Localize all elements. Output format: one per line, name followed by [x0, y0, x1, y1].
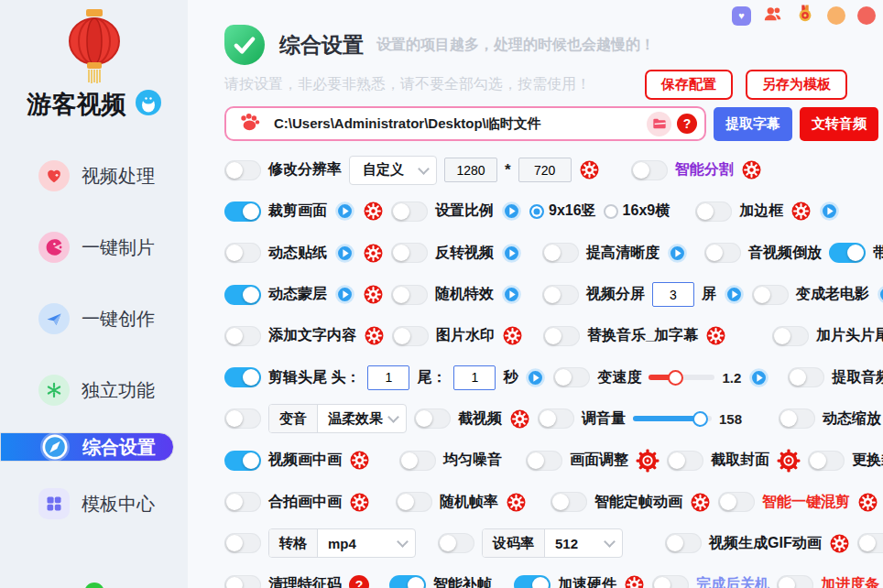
toggle-switch[interactable] — [665, 533, 702, 553]
toggle-switch[interactable] — [777, 575, 813, 588]
toggle-switch[interactable] — [652, 575, 689, 588]
sidebar-item-3[interactable]: 独立功能 — [0, 361, 174, 419]
play-icon[interactable] — [667, 243, 688, 264]
users-icon[interactable] — [763, 4, 783, 27]
medal-icon[interactable] — [795, 4, 815, 27]
output-path-value[interactable]: C:\Users\Administrator\Desktop\临时文件 — [274, 115, 647, 133]
gear-icon[interactable] — [349, 450, 370, 471]
play-icon[interactable] — [501, 201, 522, 222]
output-path-box[interactable]: C:\Users\Administrator\Desktop\临时文件 ? — [224, 106, 706, 141]
toggle-switch[interactable] — [224, 575, 261, 588]
radio-option[interactable]: 9x16竖 — [529, 201, 596, 221]
play-icon[interactable] — [334, 201, 355, 222]
toggle-switch[interactable] — [788, 367, 824, 387]
toggle-switch[interactable] — [389, 575, 426, 588]
sidebar-item-0[interactable]: 视频处理 — [0, 147, 174, 205]
toggle-switch[interactable] — [224, 533, 261, 553]
gear-icon[interactable] — [777, 449, 801, 473]
toggle-switch[interactable] — [752, 285, 789, 305]
gear-icon[interactable] — [363, 201, 384, 222]
toggle-switch[interactable] — [414, 408, 451, 429]
toggle-switch[interactable] — [514, 575, 551, 588]
dropdown[interactable]: 变音温柔效果 — [268, 404, 407, 433]
slider[interactable] — [649, 375, 714, 380]
sidebar-item-4[interactable]: 综合设置 — [0, 432, 174, 462]
toggle-switch[interactable] — [829, 243, 866, 263]
minimize-button[interactable] — [827, 6, 845, 25]
play-icon[interactable] — [501, 243, 522, 264]
toggle-switch[interactable] — [224, 160, 261, 180]
gear-icon[interactable] — [363, 243, 384, 264]
dropdown[interactable]: 转格mp4 — [268, 528, 416, 558]
toggle-switch[interactable] — [857, 533, 883, 553]
play-icon[interactable] — [501, 284, 522, 305]
play-icon[interactable] — [877, 284, 883, 305]
number-input[interactable] — [453, 365, 496, 390]
number-input[interactable] — [367, 365, 409, 390]
contact-book-icon[interactable]: ♥ — [732, 6, 751, 26]
slider[interactable] — [633, 416, 712, 421]
gear-icon[interactable] — [829, 533, 850, 554]
toggle-switch[interactable] — [438, 533, 474, 553]
sidebar-item-2[interactable]: 一键创作 — [0, 289, 174, 348]
toggle-switch[interactable] — [399, 451, 436, 471]
number-input[interactable] — [652, 282, 694, 307]
sidebar-item-5[interactable]: 模板中心 — [0, 474, 174, 533]
save-config-button[interactable]: 保存配置 — [645, 70, 733, 100]
text-to-audio-button[interactable]: 文转音频 — [800, 107, 878, 141]
toggle-switch[interactable] — [224, 326, 261, 346]
gear-icon[interactable] — [790, 201, 812, 222]
toggle-switch[interactable] — [542, 243, 579, 263]
play-icon[interactable] — [525, 367, 546, 388]
toggle-switch[interactable] — [551, 492, 587, 512]
gear-icon[interactable] — [502, 325, 523, 346]
toggle-switch[interactable] — [779, 408, 815, 429]
toggle-switch[interactable] — [224, 285, 261, 305]
sidebar-item-1[interactable]: 一键制片 — [0, 218, 174, 277]
close-button[interactable] — [857, 6, 876, 25]
toggle-switch[interactable] — [391, 243, 428, 263]
toggle-switch[interactable] — [538, 408, 574, 429]
play-icon[interactable] — [819, 201, 840, 222]
number-input[interactable] — [518, 158, 572, 182]
radio-option[interactable]: 16x9横 — [604, 201, 670, 221]
dropdown[interactable]: 设码率512 — [482, 528, 623, 558]
toggle-switch[interactable] — [224, 367, 261, 387]
gear-icon[interactable] — [506, 492, 527, 513]
toggle-switch[interactable] — [695, 201, 732, 222]
gear-icon[interactable] — [705, 325, 726, 346]
gear-icon[interactable] — [741, 159, 762, 180]
gear-icon[interactable] — [363, 284, 384, 305]
play-icon[interactable] — [334, 243, 355, 264]
toggle-switch[interactable] — [224, 451, 261, 471]
toggle-switch[interactable] — [391, 201, 428, 222]
gear-icon[interactable] — [579, 159, 600, 180]
gear-icon[interactable] — [857, 492, 878, 513]
toggle-switch[interactable] — [543, 326, 580, 346]
toggle-switch[interactable] — [808, 451, 845, 471]
toggle-switch[interactable] — [526, 451, 562, 471]
dropdown[interactable]: 自定义 — [349, 156, 437, 185]
toggle-switch[interactable] — [224, 408, 261, 429]
toggle-switch[interactable] — [718, 492, 755, 512]
gear-icon[interactable] — [636, 449, 660, 473]
toggle-switch[interactable] — [542, 285, 579, 305]
number-input[interactable] — [444, 158, 497, 182]
gear-icon[interactable] — [364, 325, 385, 346]
toggle-switch[interactable] — [224, 201, 261, 222]
play-icon[interactable] — [334, 284, 355, 305]
play-icon[interactable] — [748, 367, 769, 388]
open-folder-icon[interactable] — [647, 112, 671, 136]
gear-icon[interactable] — [690, 492, 711, 513]
play-icon[interactable] — [724, 284, 745, 305]
toggle-switch[interactable] — [704, 243, 741, 263]
gear-icon[interactable] — [509, 408, 530, 430]
toggle-switch[interactable] — [553, 367, 590, 387]
extract-subtitles-button[interactable]: 提取字幕 — [714, 107, 792, 141]
path-help-icon[interactable]: ? — [677, 114, 697, 134]
toggle-switch[interactable] — [772, 326, 809, 346]
toggle-switch[interactable] — [224, 243, 261, 263]
toggle-switch[interactable] — [224, 492, 261, 512]
toggle-switch[interactable] — [392, 326, 429, 346]
gear-icon[interactable] — [624, 574, 645, 588]
